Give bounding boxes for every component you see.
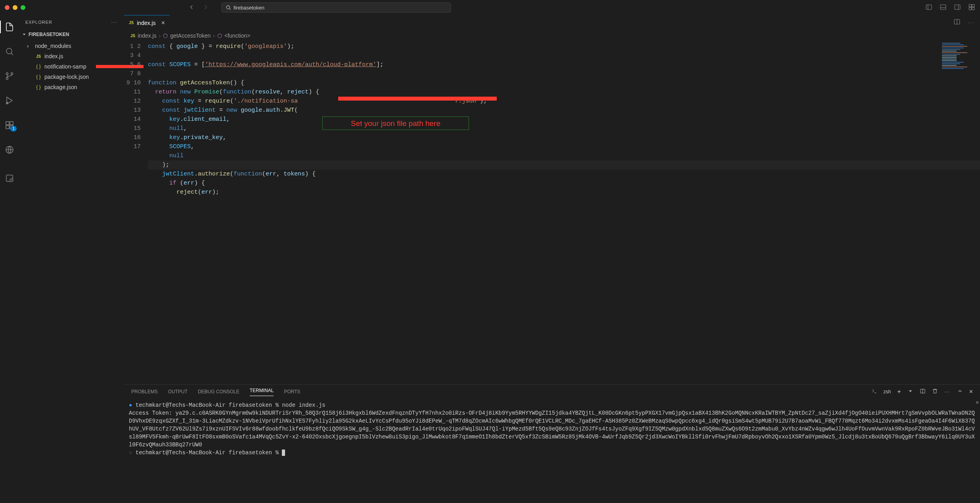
nav-forward-icon[interactable] — [202, 4, 209, 12]
editor-area: JS index.js × ··· JS index.js › ⬡ getAcc… — [124, 15, 980, 503]
editor-tab[interactable]: JS index.js × — [124, 15, 170, 30]
svg-rect-1 — [926, 5, 932, 10]
split-editor-icon[interactable] — [953, 18, 961, 27]
chevron-down-icon — [21, 32, 27, 37]
panel-tab-terminal[interactable]: TERMINAL — [250, 388, 274, 396]
debug-icon — [5, 96, 14, 105]
svg-rect-5 — [972, 4, 974, 7]
breadcrumb-symbol: getAccessToken — [170, 32, 211, 39]
svg-rect-3 — [955, 5, 960, 10]
file-label: notification-samp — [44, 63, 86, 70]
bottom-panel: PROBLEMS OUTPUT DEBUG CONSOLE TERMINAL P… — [124, 384, 980, 503]
branch-icon — [5, 71, 14, 81]
search-icon — [226, 5, 231, 10]
activity-remote[interactable] — [0, 142, 19, 158]
window-controls — [5, 5, 25, 10]
file-label: package-lock.json — [44, 74, 89, 80]
search-text: firebasetoken — [234, 5, 264, 11]
remote-icon — [5, 145, 14, 154]
activity-explorer[interactable] — [0, 19, 19, 35]
svg-point-12 — [6, 102, 8, 104]
terminal-scroll-indicator — [976, 401, 978, 404]
svg-rect-6 — [969, 7, 971, 10]
svg-rect-2 — [940, 5, 946, 10]
nav-back-icon[interactable] — [188, 4, 195, 12]
terminal-cursor — [282, 450, 285, 456]
line-number-gutter: 1 2 3 4 5 6 7 8 9 10 11 12 13 14 15 16 1… — [124, 41, 148, 384]
more-actions-icon[interactable]: ··· — [968, 19, 974, 25]
svg-point-9 — [6, 73, 8, 75]
toggle-panel-icon[interactable] — [940, 4, 947, 12]
activity-bar: 1 — [0, 15, 19, 503]
files-icon — [5, 22, 14, 32]
terminal-output[interactable]: ● techmkart@Techs-MacBook-Air firebaseto… — [124, 399, 980, 503]
panel-tab-ports[interactable]: PORTS — [284, 389, 300, 394]
customize-layout-icon[interactable] — [968, 4, 975, 12]
panel-tab-problems[interactable]: PROBLEMS — [131, 389, 158, 394]
file-item[interactable]: JS index.js — [19, 51, 124, 61]
toggle-primary-sidebar-icon[interactable] — [925, 4, 932, 12]
svg-point-8 — [6, 48, 12, 54]
symbol-method-icon: ⬡ — [217, 32, 222, 39]
terminal-shell-label[interactable]: zsh — [884, 389, 891, 394]
command-center-search[interactable]: firebasetoken — [221, 2, 451, 13]
breadcrumb[interactable]: JS index.js › ⬡ getAccessToken › ⬡ <func… — [124, 30, 980, 41]
project-header[interactable]: FIREBASETOKEN — [19, 29, 124, 40]
json-file-icon: { } — [35, 64, 42, 69]
activity-source-control[interactable] — [0, 68, 19, 84]
terminal-dropdown-icon[interactable] — [907, 388, 913, 395]
file-item[interactable]: { } package-lock.json — [19, 72, 124, 82]
svg-point-0 — [226, 6, 230, 9]
panel-more-icon[interactable]: ··· — [944, 389, 951, 394]
activity-search[interactable] — [0, 44, 19, 59]
project-name: FIREBASETOKEN — [29, 32, 69, 37]
new-terminal-icon[interactable]: + — [897, 388, 901, 395]
panel-chevron-up-icon[interactable] — [957, 388, 963, 395]
chevron-right-icon: › — [27, 43, 33, 49]
svg-point-10 — [6, 78, 8, 80]
maximize-window-button[interactable] — [21, 5, 25, 10]
settings-sync-icon — [5, 173, 14, 183]
file-label: node_modules — [35, 43, 71, 49]
activity-settings-sync[interactable] — [0, 170, 19, 186]
js-file-icon: JS — [129, 21, 134, 25]
split-terminal-icon[interactable] — [920, 388, 926, 395]
svg-rect-13 — [6, 122, 9, 125]
json-file-icon: { } — [35, 74, 42, 80]
redaction-overlay — [338, 97, 497, 101]
explorer-sidebar: EXPLORER ··· FIREBASETOKEN › node_module… — [19, 15, 124, 503]
code-content[interactable]: const { google } = require('googleapis')… — [148, 41, 980, 384]
sidebar-title: EXPLORER — [25, 20, 52, 25]
sidebar-more-icon[interactable]: ··· — [111, 20, 117, 25]
tab-label: index.js — [137, 20, 155, 26]
breadcrumb-symbol: <function> — [224, 32, 250, 39]
svg-rect-14 — [6, 126, 9, 129]
kill-terminal-icon[interactable] — [932, 388, 938, 395]
close-window-button[interactable] — [5, 5, 10, 10]
close-tab-icon[interactable]: × — [161, 19, 165, 27]
editor-tabs: JS index.js × ··· — [124, 15, 980, 30]
minimap[interactable] — [940, 41, 980, 120]
breadcrumb-file: index.js — [138, 32, 156, 39]
editor-body[interactable]: 1 2 3 4 5 6 7 8 9 10 11 12 13 14 15 16 1… — [124, 41, 980, 384]
minimize-window-button[interactable] — [13, 5, 17, 10]
file-item-folder[interactable]: › node_modules — [19, 41, 124, 51]
file-tree: › node_modules JS index.js { } notificat… — [19, 40, 124, 93]
title-bar: firebasetoken — [0, 0, 980, 15]
symbol-method-icon: ⬡ — [163, 32, 168, 39]
activity-extensions[interactable]: 1 — [0, 117, 19, 133]
svg-rect-4 — [969, 4, 971, 7]
svg-point-11 — [11, 73, 13, 75]
toggle-secondary-sidebar-icon[interactable] — [954, 4, 961, 12]
panel-tab-debug-console[interactable]: DEBUG CONSOLE — [198, 389, 239, 394]
terminal-profile-icon[interactable] — [871, 388, 877, 395]
activity-run-debug[interactable] — [0, 93, 19, 109]
panel-tab-output[interactable]: OUTPUT — [168, 389, 188, 394]
annotation-callout: Set your json file path here — [322, 116, 469, 130]
close-panel-icon[interactable]: × — [969, 388, 973, 395]
file-label: package.json — [44, 84, 77, 90]
svg-rect-16 — [10, 122, 13, 125]
file-item[interactable]: { } package.json — [19, 82, 124, 92]
search-icon — [5, 47, 14, 56]
file-item[interactable]: { } notification-samp — [19, 61, 124, 72]
